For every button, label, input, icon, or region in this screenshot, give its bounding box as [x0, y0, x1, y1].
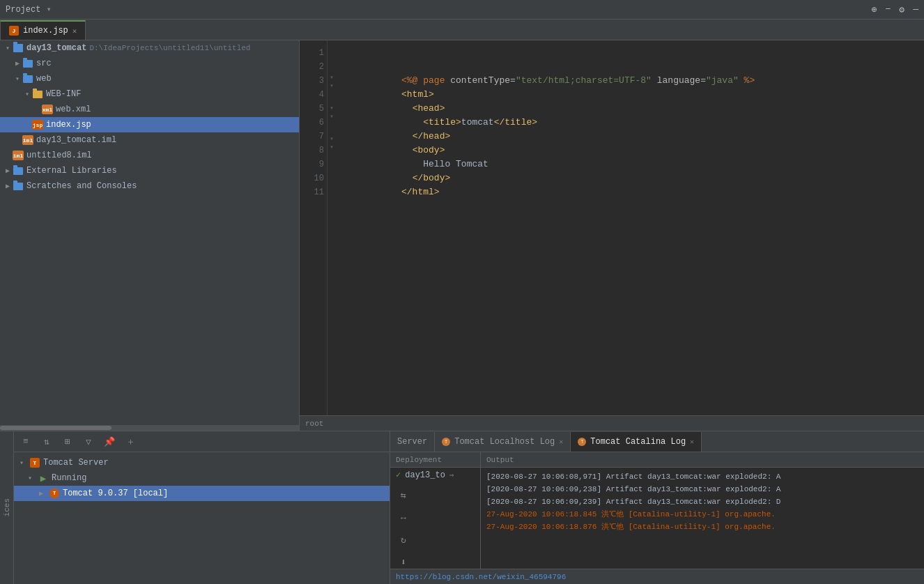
- editor-area: 1 2 3 4 5 6 7 8 9 10 11 ▾ ▾ ▾ ▾: [300, 40, 924, 431]
- expand-arrow: ▾: [28, 474, 38, 482]
- check-icon: ✓: [396, 470, 401, 480]
- sidebar: ▾ day13_tomcat D:\IdeaProjects\untitled1…: [0, 40, 300, 431]
- log-area: Deployment ✓ day13_to ⇒ ⇆ ↔ ↻ ⬇ Output: [390, 452, 924, 569]
- module-icon: [13, 43, 24, 53]
- services-label: ices: [3, 498, 11, 516]
- code-line-1: [347, 46, 916, 60]
- log-line-3: 27-Aug-2020 10:06:18.845 洪℃他 [Catalina-u…: [486, 508, 918, 521]
- iml-file-icon: iml: [22, 135, 33, 145]
- tree-item-untitled8-iml[interactable]: ▶ iml untitled8.iml: [0, 148, 299, 163]
- services-sidebar: ices: [0, 431, 14, 584]
- tab-localhost-log[interactable]: T Tomcat Localhost Log ✕: [435, 432, 571, 452]
- filter-button[interactable]: ▽: [81, 434, 96, 449]
- log-line-4: 27-Aug-2020 10:06:18.876 洪℃他 [Catalina-u…: [486, 521, 918, 533]
- code-editor[interactable]: <%@ page contentType="text/html;charset=…: [339, 40, 924, 415]
- sidebar-scrollbar[interactable]: [0, 425, 299, 431]
- line-num-10: 10: [302, 171, 324, 185]
- line-num-8: 8: [302, 144, 324, 157]
- expand-arrow: ▾: [3, 43, 13, 53]
- tree-item-web-xml[interactable]: ▶ xml web.xml: [0, 102, 299, 117]
- server-icon: T: [29, 457, 40, 468]
- tree-item-day13-iml[interactable]: ▶ iml day13_tomcat.iml: [0, 132, 299, 148]
- fold-button-4[interactable]: ▾: [328, 82, 336, 91]
- tree-item-label: day13_tomcat.iml: [36, 135, 116, 145]
- project-label[interactable]: Project: [6, 5, 40, 15]
- line-num-9: 9: [302, 157, 324, 171]
- server-tree: ▾ T Tomcat Server ▾ ▶ Running ▶: [14, 452, 390, 584]
- tomcat-local-label: Tomcat 9.0.37 [local]: [63, 489, 168, 498]
- log-line-1: [2020-08-27 10:06:09,238] Artifact day13…: [486, 483, 918, 495]
- iml-file-icon: iml: [13, 151, 24, 160]
- scrollbar-thumb[interactable]: [0, 426, 111, 430]
- deploy-refresh-button[interactable]: ↻: [396, 532, 411, 548]
- tree-item-day13-tomcat[interactable]: ▾ day13_tomcat D:\IdeaProjects\untitled1…: [0, 40, 299, 56]
- fold-button-7[interactable]: ▾: [328, 113, 336, 121]
- deployment-header-label: Deployment: [396, 456, 442, 464]
- tab-server[interactable]: Server: [390, 432, 435, 452]
- bottom-left-panel: ≡ ⇅ ⊞ ▽ 📌 ＋ ▾ T Tomcat Server ▾: [14, 431, 390, 584]
- window-minimize-icon[interactable]: —: [913, 4, 918, 15]
- tree-item-index-jsp[interactable]: ▶ jsp index.jsp: [0, 117, 299, 132]
- tree-item-scratches[interactable]: ▶ Scratches and Consoles: [0, 178, 299, 194]
- output-column: Output [2020-08-27 10:06:08,971] Artifac…: [481, 452, 924, 569]
- target-icon[interactable]: ⊕: [872, 4, 877, 15]
- tree-item-external-libraries[interactable]: ▶ External Libraries: [0, 163, 299, 178]
- editor-status-bar: root: [300, 415, 924, 431]
- tree-item-path: D:\IdeaProjects\untitled11\untitled: [89, 44, 250, 52]
- top-bar-icons: ⊕ − ⚙ —: [872, 4, 918, 15]
- minus-icon[interactable]: −: [886, 4, 891, 15]
- align-center-button[interactable]: ⇅: [39, 434, 54, 449]
- tab-index-jsp[interactable]: J index.jsp ✕: [0, 20, 86, 40]
- deploy-down-button[interactable]: ↔: [396, 510, 411, 525]
- expand-arrow: ▶: [39, 489, 49, 498]
- tree-item-web-inf[interactable]: ▾ WEB-INF: [0, 86, 299, 102]
- deploy-arrow-right: ⇒: [449, 470, 454, 479]
- tree-item-web[interactable]: ▾ web: [0, 71, 299, 86]
- deploy-stop-button[interactable]: ⬇: [396, 555, 411, 569]
- tree-item-label: day13_tomcat: [26, 43, 86, 53]
- localhost-log-close[interactable]: ✕: [559, 438, 563, 446]
- pin-button[interactable]: 📌: [102, 434, 117, 449]
- tab-localhost-label: Tomcat Localhost Log: [454, 437, 555, 447]
- bottom-tabs: Server T Tomcat Localhost Log ✕ T Tomcat…: [390, 431, 924, 452]
- deployment-item[interactable]: ✓ day13_to ⇒: [390, 468, 480, 482]
- expand-arrow: ▶: [13, 59, 22, 68]
- tree-item-label: Scratches and Consoles: [26, 181, 137, 191]
- line-num-11: 11: [302, 185, 324, 199]
- tree-item-label: untitled8.iml: [26, 151, 92, 160]
- tree-item-label: WEB-INF: [46, 89, 81, 99]
- output-content[interactable]: [2020-08-27 10:06:08,971] Artifact day13…: [481, 468, 924, 569]
- catalina-log-close[interactable]: ✕: [690, 438, 694, 446]
- fold-button-10[interactable]: ▾: [328, 144, 336, 152]
- breadcrumb: root: [305, 420, 323, 428]
- status-link[interactable]: https://blog.csdn.net/weixin_46594796: [396, 573, 566, 581]
- tab-catalina-log[interactable]: T Tomcat Catalina Log ✕: [571, 432, 702, 452]
- server-item-tomcat-local[interactable]: ▶ T Tomcat 9.0.37 [local]: [14, 486, 390, 501]
- gear-icon[interactable]: ⚙: [899, 4, 904, 15]
- expand-arrow: ▶: [3, 181, 13, 191]
- deployment-column: Deployment ✓ day13_to ⇒ ⇆ ↔ ↻ ⬇: [390, 452, 481, 569]
- tree-button[interactable]: ⊞: [60, 434, 75, 449]
- deploy-up-button[interactable]: ⇆: [396, 488, 411, 503]
- tree-item-label: web: [36, 74, 52, 84]
- log-line-2: [2020-08-27 10:06:09,239] Artifact day13…: [486, 495, 918, 508]
- folder-icon: [22, 59, 33, 68]
- tree-item-label: External Libraries: [26, 166, 117, 176]
- tab-catalina-label: Tomcat Catalina Log: [590, 437, 686, 447]
- server-item-tomcat-server[interactable]: ▾ T Tomcat Server: [14, 455, 390, 470]
- deployment-header: Deployment: [390, 452, 480, 468]
- tab-close-button[interactable]: ✕: [72, 26, 77, 36]
- bottom-toolbar: ≡ ⇅ ⊞ ▽ 📌 ＋: [14, 431, 390, 452]
- server-item-running[interactable]: ▾ ▶ Running: [14, 470, 390, 486]
- line-num-5: 5: [302, 102, 324, 116]
- running-icon: ▶: [38, 472, 49, 484]
- tree-item-src[interactable]: ▶ src: [0, 56, 299, 71]
- jsp-file-icon: jsp: [32, 120, 43, 130]
- catalina-log-icon: T: [578, 438, 586, 446]
- folder-icon: [13, 181, 24, 191]
- add-button[interactable]: ＋: [123, 434, 138, 449]
- dropdown-icon[interactable]: ▾: [46, 4, 51, 15]
- align-left-button[interactable]: ≡: [18, 434, 33, 449]
- output-header: Output: [481, 452, 924, 468]
- tree-item-label: web.xml: [56, 105, 91, 114]
